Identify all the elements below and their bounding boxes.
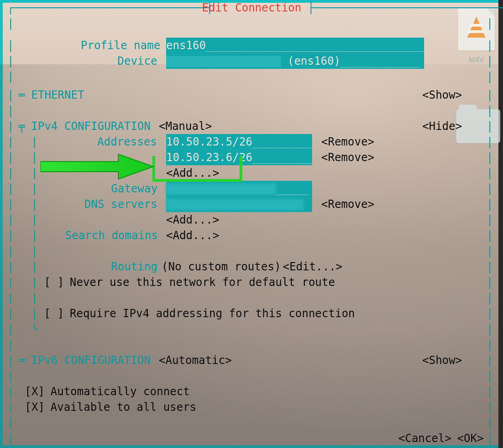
desktop: M4V ┌─────────────────────────────┤ Edit… bbox=[0, 0, 503, 448]
search-domains-label: Search domains bbox=[65, 228, 158, 243]
border-left: | bbox=[7, 16, 14, 31]
gateway-input[interactable]: _____ bbox=[166, 181, 312, 196]
dns-add-button[interactable]: <Add...> bbox=[166, 212, 219, 228]
border-top-right: ├─────────────────────────────┐ bbox=[301, 0, 503, 16]
ipv4-config-label: IPv4 CONFIGURATION bbox=[31, 118, 151, 134]
routing-edit-button[interactable]: <Edit...> bbox=[283, 259, 342, 274]
require-ipv4-checkbox[interactable]: [ ] bbox=[44, 306, 64, 321]
border-top-left: ┌─────────────────────────────┤ bbox=[7, 0, 219, 16]
ipv4-mode-select[interactable]: <Manual> bbox=[159, 118, 212, 134]
never-default-label: Never use this network for default route bbox=[70, 274, 335, 290]
auto-connect-checkbox[interactable]: [X] bbox=[25, 384, 45, 399]
search-domains-add-button[interactable]: <Add...> bbox=[166, 228, 219, 243]
device-input[interactable]: (ens160)____________ bbox=[166, 53, 424, 69]
ethernet-label: ETHERNET bbox=[31, 87, 84, 103]
border-right: | bbox=[486, 16, 493, 31]
require-ipv4-label: Require IPv4 addressing for this connect… bbox=[70, 306, 355, 321]
address-input-1[interactable]: 10.50.23.6/26_________ bbox=[166, 150, 312, 165]
dns-input-0[interactable] bbox=[166, 196, 312, 212]
gateway-label: Gateway bbox=[111, 181, 157, 196]
routing-status: (No custom routes) bbox=[162, 259, 281, 274]
ipv6-toggle-icon: ═ bbox=[18, 353, 25, 368]
dialog-title: Edit Connection bbox=[202, 0, 302, 16]
ipv6-show-button[interactable]: <Show> bbox=[422, 353, 462, 368]
routing-label: Routing bbox=[111, 259, 157, 274]
cancel-button[interactable]: <Cancel> bbox=[398, 431, 452, 446]
ethernet-toggle-icon: ═ bbox=[18, 87, 25, 103]
address-remove-0[interactable]: <Remove> bbox=[321, 134, 374, 150]
all-users-label: Available to all users bbox=[50, 399, 196, 415]
device-label: Device bbox=[117, 53, 157, 69]
dns-remove-0[interactable]: <Remove> bbox=[321, 196, 374, 212]
address-add-button[interactable]: <Add...> bbox=[166, 165, 219, 181]
ethernet-show-button[interactable]: <Show> bbox=[422, 87, 462, 103]
never-default-checkbox[interactable]: [ ] bbox=[44, 274, 64, 290]
nmtui-dialog: ┌─────────────────────────────┤ Edit Con… bbox=[7, 0, 494, 448]
dns-servers-label: DNS servers bbox=[84, 196, 157, 212]
ok-button[interactable]: <OK> bbox=[457, 431, 484, 446]
ipv4-tree-icon: ╤ bbox=[18, 118, 25, 134]
ipv4-section-end-icon: └ bbox=[31, 321, 38, 337]
addresses-label: Addresses bbox=[97, 134, 157, 150]
address-remove-1[interactable]: <Remove> bbox=[321, 150, 374, 165]
ipv4-hide-button[interactable]: <Hide> bbox=[422, 118, 462, 134]
profile-name-input[interactable]: ens160__________________________________ bbox=[166, 38, 424, 53]
ipv6-mode-select[interactable]: <Automatic> bbox=[159, 353, 232, 368]
ipv6-config-label: IPv6 CONFIGURATION bbox=[31, 353, 151, 368]
all-users-checkbox[interactable]: [X] bbox=[25, 399, 45, 415]
address-input-0[interactable]: 10.50.23.5/26_________ bbox=[166, 134, 312, 150]
auto-connect-label: Automatically connect bbox=[50, 384, 190, 399]
profile-name-label: Profile name bbox=[81, 38, 160, 53]
